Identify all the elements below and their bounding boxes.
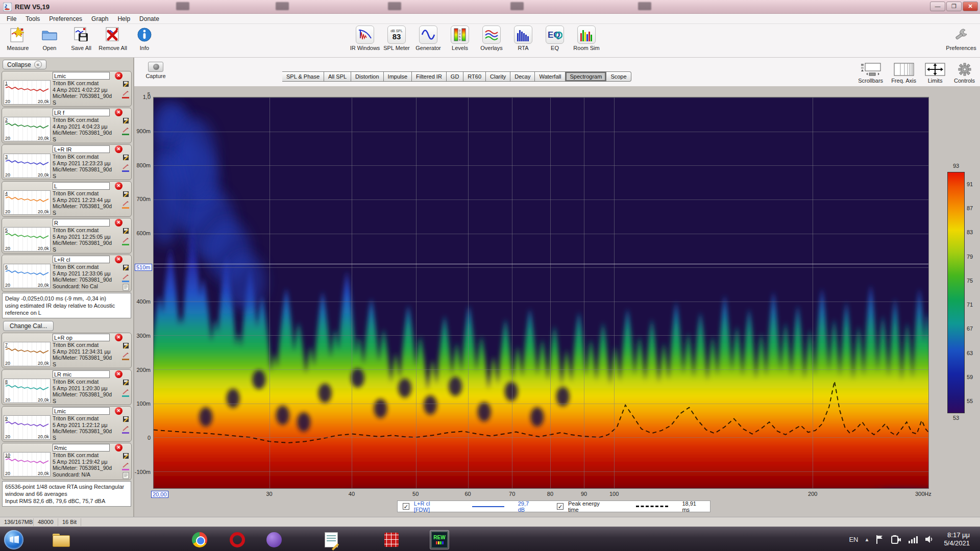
edit-save-icon[interactable] xyxy=(122,154,129,161)
measurement-panel[interactable]: ✕ 3 20 20,0k Triton BK corr.mdat 5 Απρ 2… xyxy=(2,144,132,180)
spl-meter-button[interactable]: dB SPL 83 SPL Meter xyxy=(383,26,410,51)
restore-button[interactable]: ❐ xyxy=(946,2,962,11)
graph-tab[interactable]: Spectrogram xyxy=(566,71,606,82)
network-signal-icon[interactable] xyxy=(908,535,918,544)
freq-axis-button[interactable]: Freq. Axis xyxy=(891,63,916,84)
grid-app-taskbar-icon[interactable] xyxy=(382,530,401,549)
chrome-taskbar-icon[interactable] xyxy=(190,530,209,549)
spectrogram-plot[interactable] xyxy=(153,97,929,489)
measurement-panel[interactable]: ✕ 10 20 20,0k Triton BK corr.mdat 5 Απρ … xyxy=(2,443,132,480)
measurement-name-input[interactable] xyxy=(53,256,110,263)
notepad-taskbar-icon[interactable] xyxy=(322,530,341,549)
overlays-button[interactable]: Overlays xyxy=(478,26,505,51)
graph-tab[interactable]: Impulse xyxy=(384,71,412,82)
delete-measurement-icon[interactable]: ✕ xyxy=(115,256,122,263)
notes-icon[interactable] xyxy=(122,472,129,479)
measurement-panel[interactable]: ✕ 4 20 20,0k Triton BK corr.mdat 5 Απρ 2… xyxy=(2,181,132,217)
menu-item[interactable]: Tools xyxy=(21,15,44,22)
explorer-taskbar-icon[interactable] xyxy=(51,530,70,549)
eq-button[interactable]: EQ EQ xyxy=(541,26,569,51)
measurement-name-input[interactable] xyxy=(53,109,110,116)
trace-name[interactable]: L+R cl [FDW] xyxy=(414,500,447,513)
graph-tab[interactable]: Filtered IR xyxy=(412,71,447,82)
capture-button[interactable]: Capture xyxy=(140,62,171,79)
measure-button[interactable]: Measure xyxy=(4,26,32,51)
edit-save-icon[interactable] xyxy=(122,264,129,271)
window-titlebar[interactable]: REW V5,19 — ❐ ✕ xyxy=(0,0,980,14)
measurement-name-input[interactable] xyxy=(53,444,110,452)
power-battery-icon[interactable] xyxy=(891,534,902,544)
graph-tab[interactable]: Clarity xyxy=(486,71,510,82)
measurement-panel[interactable]: ✕ 9 20 20,0k Triton BK corr.mdat 5 Απρ 2… xyxy=(2,406,132,442)
collapse-button[interactable]: Collapse « xyxy=(3,60,46,69)
change-cal-button[interactable]: Change Cal... xyxy=(3,321,54,331)
scrollbars-button[interactable]: Scrollbars xyxy=(858,63,883,84)
rew-taskbar-icon[interactable]: REW xyxy=(430,530,449,549)
measurement-name-input[interactable] xyxy=(53,182,110,190)
delete-measurement-icon[interactable]: ✕ xyxy=(115,334,122,341)
measurement-name-input[interactable] xyxy=(53,219,110,227)
trace-color-icon[interactable] xyxy=(122,387,129,397)
room-sim-button[interactable]: Room Sim xyxy=(573,26,600,51)
measurement-thumbnail[interactable]: 9 20 20,0k xyxy=(4,415,51,440)
measurement-name-input[interactable] xyxy=(53,72,110,80)
remove-all-button[interactable]: Remove All xyxy=(99,26,127,51)
notes-icon[interactable] xyxy=(122,284,129,291)
trace-color-icon[interactable] xyxy=(122,350,129,360)
measurement-thumbnail[interactable]: 3 20 20,0k xyxy=(4,154,51,178)
clock[interactable]: 8:17 μμ 5/4/2021 xyxy=(944,531,977,547)
opera-taskbar-icon[interactable] xyxy=(228,530,247,549)
delete-measurement-icon[interactable]: ✕ xyxy=(115,219,122,227)
graph-tab[interactable]: RT60 xyxy=(463,71,486,82)
menu-item[interactable]: Preferences xyxy=(44,15,87,22)
tray-expand-icon[interactable]: ▲ xyxy=(864,537,869,542)
measurement-panel[interactable]: ✕ 7 20 20,0k Triton BK corr.mdat 5 Απρ 2… xyxy=(2,333,132,368)
browser-taskbar-icon[interactable] xyxy=(264,530,284,549)
menu-item[interactable]: Help xyxy=(113,15,135,22)
edit-save-icon[interactable] xyxy=(122,416,129,422)
edit-save-icon[interactable] xyxy=(122,453,129,459)
measurement-name-input[interactable] xyxy=(53,334,110,341)
preferences-button[interactable]: Preferences xyxy=(947,26,975,51)
menu-item[interactable]: Graph xyxy=(87,15,113,22)
trace-color-icon[interactable] xyxy=(122,424,129,434)
graph-tab[interactable]: All SPL xyxy=(324,71,351,82)
measurement-thumbnail[interactable]: 8 20 20,0k xyxy=(4,379,51,403)
edit-save-icon[interactable] xyxy=(122,191,129,197)
action-center-flag-icon[interactable] xyxy=(875,534,885,544)
limits-button[interactable]: Limits xyxy=(924,63,946,84)
trace-color-icon[interactable] xyxy=(122,461,129,470)
info-button[interactable]: Info xyxy=(131,26,158,51)
measurement-panel[interactable]: ✕ 2 20 20,0k Triton BK corr.mdat 4 Απρ 2… xyxy=(2,108,132,143)
minimize-button[interactable]: — xyxy=(930,2,945,11)
delete-measurement-icon[interactable]: ✕ xyxy=(115,182,122,190)
levels-button[interactable]: 0369 Levels xyxy=(446,26,474,51)
volume-icon[interactable] xyxy=(924,535,935,544)
edit-save-icon[interactable] xyxy=(122,117,129,124)
measurement-panel[interactable]: ✕ 6 20 20,0k Triton BK corr.mdat 5 Απρ 2… xyxy=(2,255,132,292)
edit-save-icon[interactable] xyxy=(122,379,129,386)
measurement-name-input[interactable] xyxy=(53,145,110,153)
graph-tab[interactable]: Decay xyxy=(510,71,535,82)
delete-measurement-icon[interactable]: ✕ xyxy=(115,109,122,116)
peak-energy-name[interactable]: Peak energy time xyxy=(568,500,611,513)
trace-color-icon[interactable] xyxy=(122,89,129,98)
measurement-thumbnail[interactable]: 1 20 20,0k xyxy=(4,80,51,105)
controls-button[interactable]: Controls xyxy=(954,63,975,84)
delete-measurement-icon[interactable]: ✕ xyxy=(115,407,122,415)
measurement-thumbnail[interactable]: 5 20 20,0k xyxy=(4,227,51,252)
colorbar[interactable] xyxy=(947,172,965,413)
start-button[interactable] xyxy=(4,530,23,549)
measurement-thumbnail[interactable]: 6 20 20,0k xyxy=(4,264,51,288)
delete-measurement-icon[interactable]: ✕ xyxy=(115,444,122,452)
measurement-name-input[interactable] xyxy=(53,407,110,415)
measurement-panel[interactable]: ✕ 8 20 20,0k Triton BK corr.mdat 5 Απρ 2… xyxy=(2,369,132,405)
ir-windows-button[interactable]: IR Windows xyxy=(351,26,379,51)
trace-color-icon[interactable] xyxy=(122,126,129,135)
measurement-thumbnail[interactable]: 2 20 20,0k xyxy=(4,117,51,141)
save-all-button[interactable]: Save All xyxy=(67,26,95,51)
trace-color-icon[interactable] xyxy=(122,236,129,245)
measurement-panel[interactable]: ✕ 1 20 20,0k Triton BK corr.mdat 4 Απρ 2… xyxy=(2,71,132,107)
peak-energy-checkbox[interactable]: ✓ xyxy=(557,503,564,510)
delete-measurement-icon[interactable]: ✕ xyxy=(115,72,122,80)
